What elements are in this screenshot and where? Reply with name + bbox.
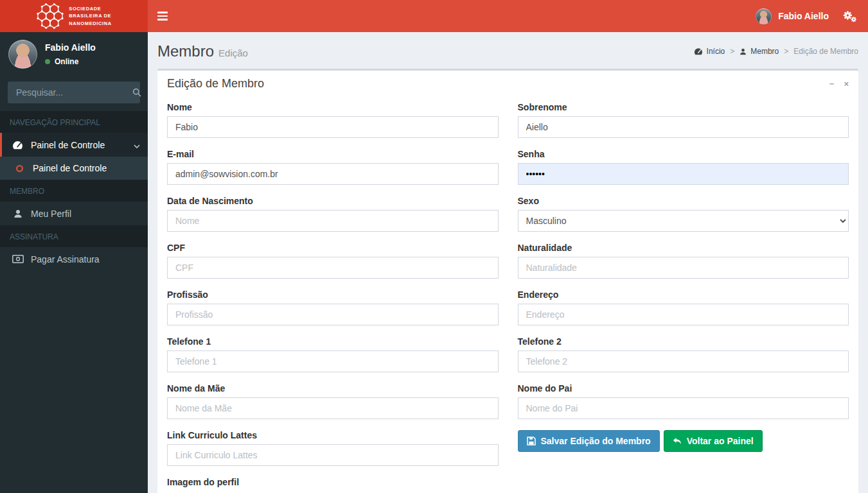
sidebar-menu: NAVEGAÇÃO PRINCIPAL Painel de Controle P…	[0, 111, 148, 271]
box-body: Nome E-mail Data de Nascimento CPF	[157, 96, 858, 493]
nome-input[interactable]	[167, 116, 499, 138]
telefone1-input[interactable]	[167, 350, 499, 372]
endereco-input[interactable]	[518, 304, 849, 325]
content-wrapper: MembroEdição Início > Membro > Edição de…	[148, 32, 868, 493]
settings-gears-button[interactable]	[843, 10, 856, 22]
sidebar-item-meu-perfil[interactable]: Meu Perfil	[0, 202, 148, 225]
breadcrumb-current: Edição de Membro	[793, 47, 858, 56]
imagem-perfil-label: Imagem do perfil	[167, 477, 499, 487]
sidebar: Fabio Aiello Online NAVEGAÇÃO PRINCIPAL	[0, 32, 148, 493]
endereco-label: Endereço	[518, 290, 849, 300]
sexo-label: Sexo	[518, 196, 849, 206]
sidebar-search	[8, 82, 140, 103]
nav-section-header: ASSINATURA	[0, 225, 148, 247]
form-column-left: Nome E-mail Data de Nascimento CPF	[167, 102, 499, 493]
brand-logo[interactable]: SOCIEDADE BRASILEIRA DE NANOMEDICINA	[0, 0, 148, 32]
box-header: Edição de Membro − ×	[157, 71, 858, 96]
sidebar-item-label: Painel de Controle	[31, 140, 105, 150]
cpf-input[interactable]	[167, 257, 499, 279]
nome-mae-input[interactable]	[167, 397, 499, 419]
sidebar-item-painel-de-controle[interactable]: Painel de Controle	[0, 133, 148, 157]
chevron-down-icon	[134, 140, 140, 150]
money-icon	[12, 255, 24, 263]
profissao-label: Profissão	[167, 290, 499, 300]
user-icon	[12, 209, 24, 218]
link-lattes-label: Link Curriculo Lattes	[167, 430, 499, 440]
sidebar-item-pagar-assinatura[interactable]: Pagar Assinatura	[0, 247, 148, 271]
search-input[interactable]	[8, 87, 132, 98]
nav-section-header: NAVEGAÇÃO PRINCIPAL	[0, 111, 148, 133]
online-status-icon	[45, 59, 50, 64]
navbar-user-menu[interactable]: Fabio Aiello	[756, 8, 829, 24]
sobrenome-label: Sobrenome	[518, 102, 849, 112]
senha-input[interactable]	[518, 163, 849, 185]
breadcrumb-membro[interactable]: Membro	[740, 47, 779, 56]
tachometer-icon	[694, 48, 703, 55]
page-subtitle: Edição	[218, 48, 248, 58]
box-title: Edição de Membro	[167, 77, 264, 91]
nome-pai-label: Nome do Pai	[518, 383, 849, 394]
data-nascimento-label: Data de Nascimento	[167, 196, 499, 206]
reply-arrow-icon	[673, 437, 682, 445]
breadcrumb-separator: >	[784, 47, 788, 56]
sidebar-subitem-painel-de-controle[interactable]: Painel de Controle	[0, 157, 148, 180]
telefone2-label: Telefone 2	[518, 336, 849, 347]
top-navbar: Fabio Aiello	[148, 0, 868, 32]
avatar	[8, 40, 37, 69]
search-icon	[132, 88, 141, 97]
search-button[interactable]	[132, 82, 141, 103]
collapse-box-button[interactable]: −	[829, 79, 835, 89]
data-nascimento-input[interactable]	[167, 210, 499, 232]
form-actions: Salvar Edição do Membro Voltar ao Painel	[518, 430, 849, 452]
telefone1-label: Telefone 1	[167, 336, 499, 347]
close-box-button[interactable]: ×	[844, 79, 849, 89]
profissao-input[interactable]	[167, 304, 499, 325]
sidebar-toggle-button[interactable]	[148, 0, 177, 32]
edit-member-box: Edição de Membro − × Nome E-mail	[157, 69, 858, 493]
telefone2-input[interactable]	[518, 350, 849, 372]
breadcrumb: Início > Membro > Edição de Membro	[694, 47, 858, 56]
save-icon	[527, 437, 536, 445]
cpf-label: CPF	[167, 243, 499, 253]
link-lattes-input[interactable]	[167, 444, 499, 466]
sidebar-item-label: Pagar Assinatura	[31, 254, 100, 264]
nome-mae-label: Nome da Mãe	[167, 383, 499, 394]
page-title: MembroEdição	[157, 42, 248, 60]
sidebar-item-label: Painel de Controle	[33, 163, 107, 173]
tachometer-icon	[12, 141, 24, 150]
email-label: E-mail	[167, 149, 499, 159]
back-to-panel-button[interactable]: Voltar ao Painel	[664, 430, 763, 452]
nome-label: Nome	[167, 102, 499, 112]
naturalidade-label: Naturalidade	[518, 243, 849, 253]
sidebar-user-status: Online	[45, 57, 96, 66]
sidebar-item-label: Meu Perfil	[31, 209, 71, 219]
navbar-user-name: Fabio Aiello	[778, 11, 829, 21]
avatar	[756, 8, 772, 24]
sidebar-submenu: Painel de Controle	[0, 157, 148, 180]
brand-text: SOCIEDADE BRASILEIRA DE NANOMEDICINA	[69, 5, 111, 28]
content-header: MembroEdição Início > Membro > Edição de…	[148, 32, 868, 69]
naturalidade-input[interactable]	[518, 257, 849, 279]
sexo-select[interactable]: Masculino	[518, 210, 849, 232]
save-member-button[interactable]: Salvar Edição do Membro	[518, 430, 660, 452]
main-header: SOCIEDADE BRASILEIRA DE NANOMEDICINA Fab…	[0, 0, 868, 32]
form-column-right: Sobrenome Senha Sexo Masculino N	[518, 102, 849, 493]
user-icon	[740, 48, 747, 55]
sidebar-user-panel: Fabio Aiello Online	[0, 32, 148, 78]
circle-o-icon	[13, 164, 26, 173]
nome-pai-input[interactable]	[518, 397, 849, 419]
sobrenome-input[interactable]	[518, 116, 849, 138]
gears-icon	[843, 10, 856, 22]
nav-section-header: MEMBRO	[0, 180, 148, 202]
breadcrumb-separator: >	[730, 47, 734, 56]
senha-label: Senha	[518, 149, 849, 159]
molecule-logo-icon	[36, 3, 64, 30]
email-input[interactable]	[167, 163, 499, 185]
sidebar-user-name: Fabio Aiello	[45, 42, 96, 53]
breadcrumb-inicio[interactable]: Início	[694, 47, 725, 56]
